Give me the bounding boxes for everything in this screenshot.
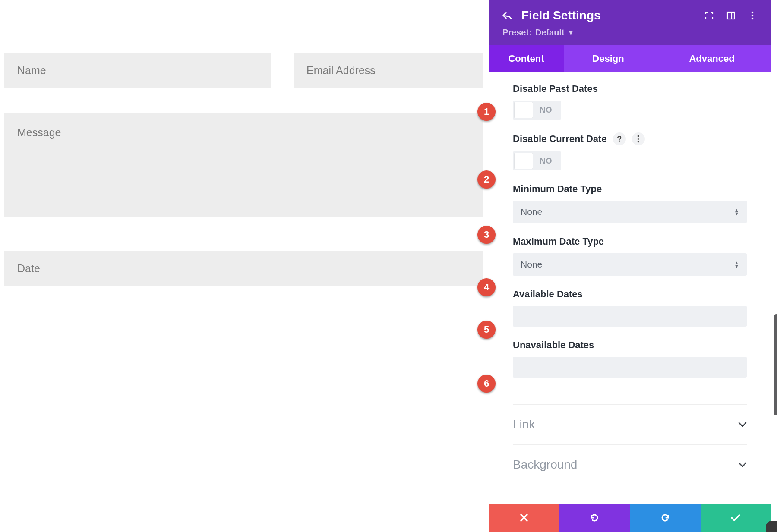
preset-value: Default <box>535 28 565 38</box>
select-arrows-icon: ▲▼ <box>734 261 739 268</box>
more-icon[interactable] <box>632 132 645 145</box>
select-arrows-icon: ▲▼ <box>734 208 739 215</box>
panel-body: Disable Past Dates NO Disable Current Da… <box>489 72 771 504</box>
svg-point-6 <box>638 138 639 140</box>
chevron-down-icon <box>738 462 747 467</box>
annotation-3: 3 <box>477 226 496 244</box>
dock-icon[interactable] <box>726 11 736 20</box>
field-settings-panel: Field Settings Preset: Default ▼ Content… <box>489 0 771 532</box>
opt-disable-past-dates: Disable Past Dates NO <box>513 83 747 120</box>
annotation-6: 6 <box>477 375 496 393</box>
name-field[interactable]: Name <box>4 53 271 88</box>
tab-content[interactable]: Content <box>489 45 564 72</box>
panel-footer <box>489 504 771 532</box>
preset-selector[interactable]: Preset: Default ▼ <box>502 28 757 38</box>
tab-advanced[interactable]: Advanced <box>653 45 771 72</box>
save-button[interactable] <box>701 504 771 532</box>
svg-rect-0 <box>727 12 734 19</box>
select-maximum-date-type[interactable]: None ▲▼ <box>513 253 747 276</box>
date-field[interactable]: Date <box>4 251 483 286</box>
panel-header: Field Settings Preset: Default ▼ <box>489 0 771 45</box>
preset-prefix: Preset: <box>502 28 532 38</box>
svg-point-7 <box>638 141 639 143</box>
email-field[interactable]: Email Address <box>294 53 483 88</box>
input-available-dates[interactable] <box>513 306 747 327</box>
help-icon[interactable]: ? <box>613 132 626 145</box>
corner-handle <box>766 521 777 532</box>
annotation-2: 2 <box>477 170 496 189</box>
select-minimum-date-type[interactable]: None ▲▼ <box>513 201 747 223</box>
accordion-link[interactable]: Link <box>513 404 747 444</box>
label-disable-past-dates: Disable Past Dates <box>513 83 747 94</box>
opt-disable-current-date: Disable Current Date ? NO <box>513 132 747 170</box>
back-icon[interactable] <box>502 11 512 20</box>
accordion-label: Background <box>513 458 577 472</box>
annotation-1: 1 <box>477 103 496 121</box>
redo-button[interactable] <box>630 504 701 532</box>
svg-point-3 <box>752 15 754 17</box>
scrollbar-thumb[interactable] <box>774 314 777 415</box>
undo-button[interactable] <box>559 504 630 532</box>
toggle-state: NO <box>533 106 559 115</box>
close-button[interactable] <box>489 504 559 532</box>
label-unavailable-dates: Unavailable Dates <box>513 340 747 351</box>
accordion-background[interactable]: Background <box>513 444 747 485</box>
chevron-down-icon <box>738 422 747 427</box>
toggle-knob <box>515 102 533 118</box>
opt-minimum-date-type: Minimum Date Type None ▲▼ <box>513 183 747 223</box>
toggle-disable-past-dates[interactable]: NO <box>513 101 561 120</box>
svg-point-4 <box>752 18 754 20</box>
annotation-5: 5 <box>477 321 496 339</box>
panel-title: Field Settings <box>521 9 601 22</box>
settings-tabs: Content Design Advanced <box>489 45 771 72</box>
svg-point-5 <box>638 135 639 137</box>
expand-icon[interactable] <box>704 11 714 20</box>
tab-design[interactable]: Design <box>564 45 653 72</box>
form-preview-area: Name Email Address Message Date <box>0 0 488 532</box>
svg-point-2 <box>752 12 754 14</box>
label-available-dates: Available Dates <box>513 289 747 300</box>
label-maximum-date-type: Maximum Date Type <box>513 236 747 247</box>
accordion-label: Link <box>513 418 535 431</box>
toggle-knob <box>515 153 533 169</box>
opt-unavailable-dates: Unavailable Dates <box>513 340 747 378</box>
toggle-state: NO <box>533 157 559 166</box>
message-field[interactable]: Message <box>4 113 483 217</box>
kebab-icon[interactable] <box>748 11 757 20</box>
select-value: None <box>521 207 542 217</box>
label-minimum-date-type: Minimum Date Type <box>513 183 747 195</box>
caret-down-icon: ▼ <box>568 29 574 36</box>
label-disable-current-date: Disable Current Date <box>513 133 607 145</box>
annotation-4: 4 <box>477 278 496 296</box>
opt-maximum-date-type: Maximum Date Type None ▲▼ <box>513 236 747 276</box>
input-unavailable-dates[interactable] <box>513 357 747 378</box>
select-value: None <box>521 259 542 270</box>
toggle-disable-current-date[interactable]: NO <box>513 151 561 170</box>
opt-available-dates: Available Dates <box>513 289 747 327</box>
